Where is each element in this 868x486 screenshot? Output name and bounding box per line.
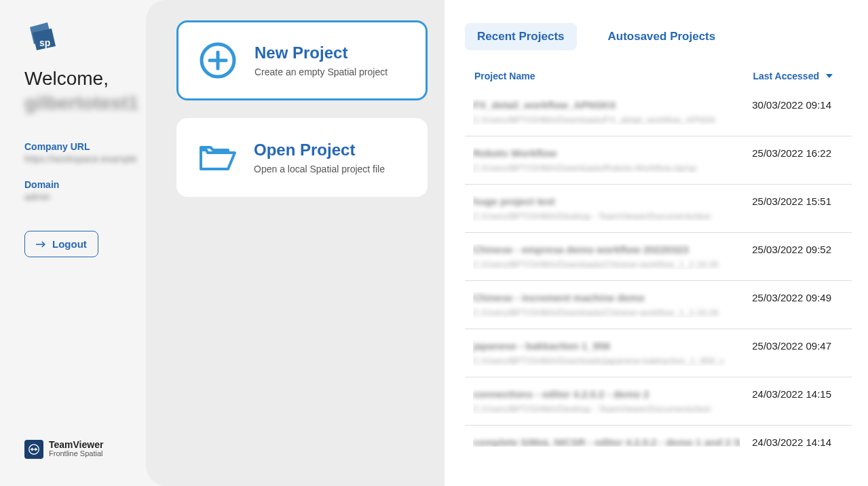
sidebar-footer: TeamViewer Frontline Spatial: [24, 440, 146, 472]
open-project-desc: Open a local Spatial project file: [254, 164, 385, 174]
new-project-desc: Create an empty Spatial project: [254, 67, 388, 77]
open-project-title: Open Project: [254, 141, 385, 160]
project-path: C:/Users/BPT/OHMA/Downloads/Chinese-work…: [473, 259, 740, 269]
project-path: C:/Users/BPT/OHMA/Desktop - TeamViewer/D…: [473, 404, 740, 414]
project-path: C:/Users/BPT/OHMA/Downloads/Robots-Workf…: [473, 163, 740, 173]
col-last-accessed-label: Last Accessed: [753, 71, 819, 81]
domain-value: admin: [24, 191, 146, 202]
sort-desc-icon: [826, 74, 833, 78]
project-row[interactable]: huge project testC:/Users/BPT/OHMA/Deskt…: [465, 185, 852, 233]
project-row[interactable]: japanese - bakkaction 1_958C:/Users/BPT/…: [465, 329, 852, 377]
sidebar: sp Welcome, gilbertotest1 Company URL ht…: [0, 0, 146, 486]
svg-text:sp: sp: [39, 37, 50, 48]
plus-circle-icon: [197, 40, 238, 81]
project-date: 25/03/2022 15:51: [740, 195, 842, 207]
tab-recent-projects[interactable]: Recent Projects: [465, 23, 577, 50]
company-url-label: Company URL: [24, 141, 146, 152]
footer-sub: Frontline Spatial: [49, 449, 103, 458]
project-date: 25/03/2022 09:52: [740, 244, 842, 255]
project-name: complete SiMoL NICSR - editor 4.2.0.2 - …: [473, 436, 740, 447]
logout-label: Logout: [52, 238, 87, 250]
new-project-card[interactable]: New Project Create an empty Spatial proj…: [176, 20, 428, 100]
company-url-value: https://workspace.example: [24, 153, 146, 164]
project-row[interactable]: Chinese - increment machine demoC:/Users…: [465, 281, 852, 329]
project-path: C:/Users/BPT/OHMA/Downloads/japanese-bak…: [473, 356, 740, 366]
projects-panel: Recent Projects Autosaved Projects Proje…: [445, 0, 868, 486]
project-path: C:/Users/BPT/OHMA/Desktop - TeamViewer/D…: [473, 211, 740, 221]
project-row[interactable]: Chinese - empresa demo workflow 20220323…: [465, 233, 852, 281]
project-row[interactable]: Robots WorkflowC:/Users/BPT/OHMA/Downloa…: [465, 136, 852, 185]
project-date: 24/03/2022 14:15: [740, 388, 842, 400]
project-name: huge project test: [473, 195, 740, 207]
project-path: C:/Users/BPT/OHMA/Downloads/FX_detail_wo…: [473, 115, 740, 125]
action-panel: New Project Create an empty Spatial proj…: [146, 0, 445, 486]
project-name: Chinese - empresa demo workflow 20220323: [473, 244, 740, 255]
project-date: 30/03/2022 09:14: [740, 99, 842, 111]
project-date: 24/03/2022 14:14: [740, 436, 842, 447]
project-date: 25/03/2022 09:49: [740, 292, 842, 303]
project-name: Chinese - increment machine demo: [473, 292, 740, 303]
welcome-label: Welcome,: [24, 67, 146, 91]
col-last-accessed[interactable]: Last Accessed: [753, 71, 833, 81]
project-name: Robots Workflow: [473, 147, 740, 159]
project-date: 25/03/2022 09:47: [740, 340, 842, 352]
arrow-right-icon: [36, 240, 47, 249]
project-name: japanese - bakkaction 1_958: [473, 340, 740, 352]
project-name: connections - editor 4.2.0.2 - demo 2: [473, 388, 740, 400]
project-row[interactable]: FX_detail_workflow_APNSKitC:/Users/BPT/O…: [465, 94, 852, 136]
logout-button[interactable]: Logout: [24, 231, 98, 257]
project-path: C:/Users/BPT/OHMA/Downloads/Chinese-work…: [473, 307, 740, 318]
projects-list[interactable]: FX_detail_workflow_APNSKitC:/Users/BPT/O…: [465, 94, 856, 447]
footer-brand: TeamViewer: [49, 440, 103, 449]
project-row[interactable]: connections - editor 4.2.0.2 - demo 2C:/…: [465, 377, 852, 426]
project-date: 25/03/2022 16:22: [740, 147, 842, 159]
new-project-title: New Project: [254, 43, 388, 62]
username: gilbertotest1: [24, 92, 146, 114]
teamviewer-logo-icon: [24, 440, 43, 459]
tab-autosaved-projects[interactable]: Autosaved Projects: [596, 23, 728, 50]
col-project-name[interactable]: Project Name: [474, 71, 535, 81]
project-row[interactable]: complete SiMoL NICSR - editor 4.2.0.2 - …: [465, 426, 852, 447]
open-project-card[interactable]: Open Project Open a local Spatial projec…: [176, 118, 428, 197]
table-header: Project Name Last Accessed: [465, 71, 856, 94]
folder-open-icon: [197, 137, 238, 178]
domain-label: Domain: [24, 179, 146, 190]
project-name: FX_detail_workflow_APNSKit: [473, 99, 740, 111]
app-logo-icon: sp: [24, 19, 58, 60]
tabs: Recent Projects Autosaved Projects: [465, 23, 856, 50]
